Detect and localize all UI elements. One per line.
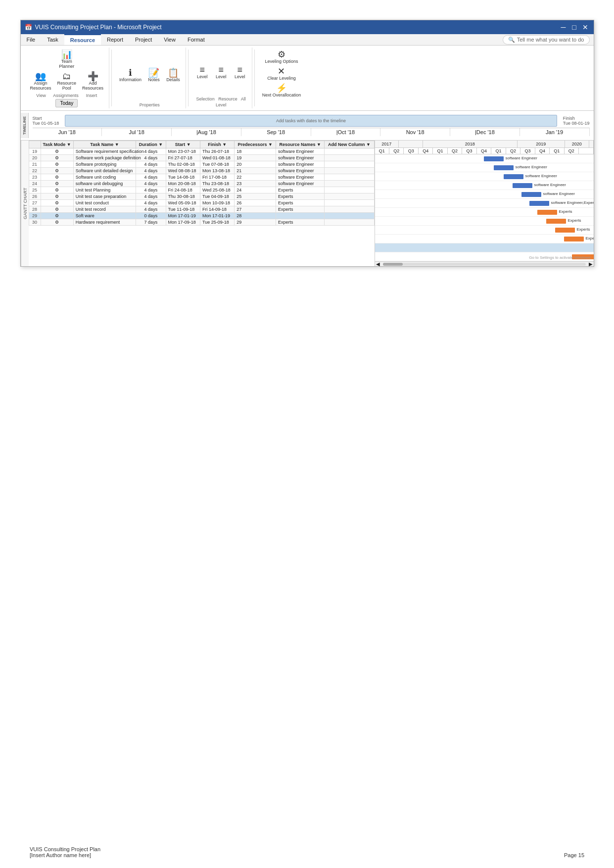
level-labels: Selection Resource All: [196, 96, 246, 101]
start-25: Fri 24-08-18: [166, 187, 200, 193]
bar-label-28: Experts: [586, 236, 594, 241]
table-row: 22 ⚙ Software unit detailed design 4 day…: [29, 168, 374, 174]
tab-project[interactable]: Project: [129, 34, 158, 45]
start-23: Tue 14-08-18: [166, 174, 200, 181]
row-id-20: 20: [29, 155, 41, 161]
add-resources-button[interactable]: ➕ AddResources: [80, 70, 106, 92]
assign-resources-button[interactable]: 👥 AssignResources: [28, 70, 54, 92]
name-24[interactable]: software unit debugging: [73, 181, 136, 187]
finish-30: Tue 25-09-18: [200, 219, 234, 226]
close-button[interactable]: ✕: [581, 23, 590, 32]
name-19[interactable]: Software requirement specification: [73, 148, 136, 155]
tab-resource[interactable]: Resource: [64, 34, 101, 45]
level-selection-button[interactable]: ≡ Level: [193, 64, 211, 81]
gantt-row-27: Experts: [375, 226, 594, 235]
minimize-button[interactable]: ─: [559, 23, 568, 32]
mode-29: ⚙: [41, 213, 73, 219]
tab-view[interactable]: View: [158, 34, 182, 45]
ribbon-group-level: ≡ Level ≡ Level ≡ Level Selection Resour…: [190, 48, 252, 108]
month-sep: Sep '18: [241, 128, 311, 136]
level-all-icon: ≡: [237, 65, 242, 74]
finish-20: Wed 01-08-18: [200, 155, 234, 161]
col-add[interactable]: Add New Column ▼: [325, 141, 374, 148]
mode-23: ⚙: [41, 174, 73, 181]
view-sub-buttons: 👥 AssignResources 🗂 ResourcePool ➕ AddRe…: [28, 70, 106, 92]
year-extra: [589, 141, 594, 147]
sep2: [188, 49, 189, 106]
name-27[interactable]: Unit test conduct: [73, 200, 136, 206]
title-bar: 📅 VUIS Consulting Project Plan - Microso…: [21, 20, 594, 34]
tab-task[interactable]: Task: [41, 34, 64, 45]
pred-23: 22: [235, 174, 276, 181]
table-row: 28 ⚙ Unit test record 4 days Tue 11-09-1…: [29, 206, 374, 213]
start-label: Start: [33, 116, 42, 121]
year-2017b: [399, 141, 423, 147]
maximize-button[interactable]: □: [570, 23, 579, 32]
name-23[interactable]: Software unit coding: [73, 174, 136, 181]
next-overallocation-button[interactable]: ⚡ Next Overallocation: [260, 82, 304, 99]
scroll-track[interactable]: [383, 263, 586, 266]
team-planner-button[interactable]: 📊 TeamPlanner: [56, 48, 77, 70]
name-28[interactable]: Unit test record: [73, 206, 136, 213]
start-19: Mon 23-07-18: [166, 148, 200, 155]
leveling-options-button[interactable]: ⚙ Leveling Options: [262, 48, 300, 65]
scroll-thumb[interactable]: [383, 263, 403, 266]
name-29[interactable]: Soft ware: [73, 213, 136, 219]
sep1: [111, 49, 112, 106]
notes-button[interactable]: 📝 Notes: [145, 67, 163, 84]
information-button[interactable]: ℹ Information: [117, 67, 144, 84]
pred-28: 27: [235, 206, 276, 213]
bar-label-24: software Engineer,Experts: [551, 200, 594, 205]
add-23: [325, 174, 374, 181]
table-row: 19 ⚙ Software requirement specification …: [29, 148, 374, 155]
level-resource-button[interactable]: ≡ Level: [212, 64, 230, 81]
res-27: Experts: [276, 200, 325, 206]
start-26: Thu 30-08-18: [166, 193, 200, 200]
finish-date: Tue 08-01-19: [563, 121, 590, 126]
name-20[interactable]: Software work package definition: [73, 155, 136, 161]
name-25[interactable]: Unit test Planning: [73, 187, 136, 193]
start-27: Wed 05-09-18: [166, 200, 200, 206]
name-21[interactable]: Software prototyping: [73, 161, 136, 168]
month-oct: |Oct '18: [311, 128, 381, 136]
tell-me-box[interactable]: 🔍 Tell me what you want to do: [503, 35, 590, 45]
year-2019: 2019: [518, 141, 565, 147]
tell-me-text: Tell me what you want to do: [517, 37, 584, 43]
col-duration: Duration ▼: [136, 141, 166, 148]
q-2019q1: Q1: [491, 148, 506, 154]
q-2018q3: Q3: [462, 148, 476, 154]
row-id-30: 30: [29, 219, 41, 226]
horizontal-scrollbar[interactable]: ◀ ▶: [375, 261, 594, 266]
month-nov: Nov '18: [380, 128, 450, 136]
clear-leveling-button[interactable]: ✕ Clear Leveling: [265, 65, 298, 82]
mode-19: ⚙: [41, 148, 73, 155]
pred-26: 25: [235, 193, 276, 200]
resource-pool-button[interactable]: 🗂 ResourcePool: [55, 70, 79, 92]
finish-29: Mon 17-01-19: [200, 213, 234, 219]
q-2017q3: Q3: [404, 148, 418, 154]
today-button[interactable]: Today: [55, 99, 78, 107]
tab-report[interactable]: Report: [101, 34, 129, 45]
name-22[interactable]: Software unit detailed design: [73, 168, 136, 174]
scroll-right-btn[interactable]: ▶: [588, 261, 594, 266]
tab-file[interactable]: File: [21, 34, 42, 45]
sep3: [254, 49, 255, 106]
gantt-row-29: 17:00: [375, 243, 594, 252]
add-19: [325, 148, 374, 155]
name-26[interactable]: Unit test case preparation: [73, 193, 136, 200]
scroll-left-btn[interactable]: ◀: [375, 261, 381, 266]
window-title: VUIS Consulting Project Plan - Microsoft…: [35, 24, 162, 31]
pred-30: 29: [235, 219, 276, 226]
details-button[interactable]: 📋 Details: [164, 67, 183, 84]
details-icon: 📋: [168, 68, 179, 77]
finish-24: Thu 23-08-18: [200, 181, 234, 187]
finish-28: Fri 14-09-18: [200, 206, 234, 213]
mode-25: ⚙: [41, 187, 73, 193]
level-buttons: ≡ Level ≡ Level ≡ Level: [193, 48, 249, 96]
title-bar-left: 📅 VUIS Consulting Project Plan - Microso…: [25, 24, 162, 31]
tab-format[interactable]: Format: [182, 34, 211, 45]
page-container: 📅 VUIS Consulting Project Plan - Microso…: [0, 0, 614, 868]
name-30[interactable]: Hardware requirement: [73, 219, 136, 226]
level-all-button[interactable]: ≡ Level: [231, 64, 249, 81]
leveling-icon: ⚙: [278, 50, 285, 59]
